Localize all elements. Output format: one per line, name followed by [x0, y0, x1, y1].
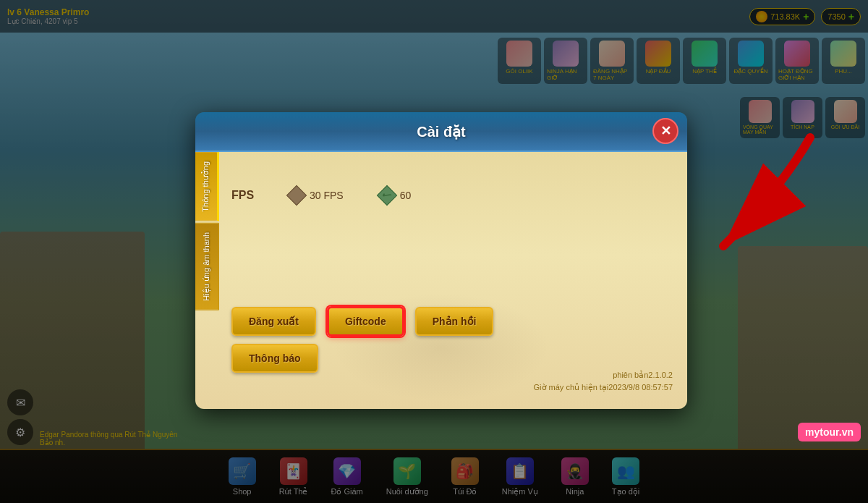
dialog-body: Thông thưởng Hiệu ứng âm thanh FPS 30 FP…	[195, 152, 687, 409]
close-button[interactable]: ✕	[652, 118, 678, 144]
fps-30-icon	[286, 185, 307, 206]
giftcode-button[interactable]: Giftcode	[327, 306, 404, 337]
server-time-text: Giờ máy chủ hiện tại2023/9/8 08:57:57	[534, 381, 673, 394]
dialog-header: Cài đặt ✕	[195, 112, 687, 152]
phan-hoi-button[interactable]: Phản hồi	[415, 307, 494, 336]
tab-thong-thuong[interactable]: Thông thưởng	[195, 152, 219, 221]
fps-30-option[interactable]: 30 FPS	[289, 188, 344, 203]
action-buttons-row1: Đăng xuất Giftcode Phản hồi	[231, 306, 673, 337]
fps-label: FPS	[231, 189, 275, 202]
fps-60-option[interactable]: ✓ 60	[380, 188, 412, 203]
dang-xuat-button[interactable]: Đăng xuất	[231, 307, 316, 336]
version-text: phiên bản2.1.0.2	[534, 369, 673, 382]
thong-bao-button[interactable]: Thông báo	[231, 344, 318, 373]
fps-30-label: 30 FPS	[310, 190, 344, 201]
fps-section: FPS 30 FPS ✓ 60	[231, 188, 673, 203]
version-info: phiên bản2.1.0.2 Giờ máy chủ hiện tại202…	[534, 369, 673, 394]
fps-60-icon: ✓	[377, 185, 397, 206]
side-tabs: Thông thưởng Hiệu ứng âm thanh	[195, 152, 219, 409]
settings-dialog: Cài đặt ✕ Thông thưởng Hiệu ứng âm thanh…	[195, 112, 687, 409]
dialog-title: Cài đặt	[417, 123, 466, 140]
tab-hieu-ung-am-thanh[interactable]: Hiệu ứng âm thanh	[195, 223, 219, 310]
mytour-watermark: mytour.vn	[798, 423, 861, 441]
